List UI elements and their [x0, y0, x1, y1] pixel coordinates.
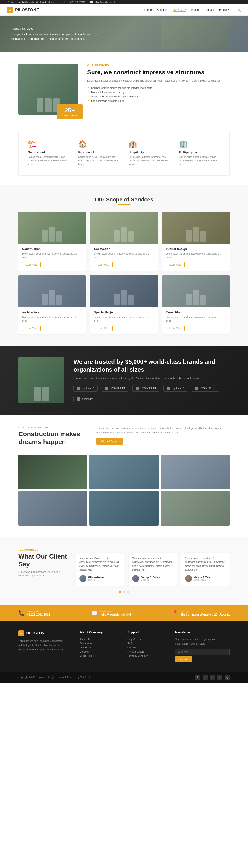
- newsletter-input[interactable]: [175, 649, 229, 655]
- nav-project[interactable]: Project: [191, 8, 199, 11]
- nav-links: Home About Us Services ▾ Project Contact…: [144, 8, 241, 12]
- logo[interactable]: ▲ PILOSTONE: [7, 7, 39, 13]
- scope-card-body: Renovation Lorem ipsum dolor sit amet co…: [90, 244, 157, 271]
- scope-card-body: Construction Lorem ipsum dolor sit amet …: [19, 244, 86, 271]
- newsletter-signup-button[interactable]: Sign Up: [175, 656, 192, 662]
- learn-more-button[interactable]: Learn More: [22, 262, 41, 268]
- scope-card-image: [162, 275, 229, 307]
- search-icon[interactable]: 🔍: [238, 8, 241, 12]
- dot-3[interactable]: [127, 591, 129, 593]
- footer-support-heading: Support: [128, 630, 168, 634]
- learn-more-button[interactable]: Learn More: [166, 262, 185, 268]
- testimonial-card: "Lorem ipsum dolor sit amet, consectetur…: [76, 553, 124, 586]
- footer-logo: ▲ PILOSTONE: [19, 630, 73, 636]
- testimonial-card: "Lorem ipsum dolor sit amet, consectetur…: [129, 553, 177, 586]
- footer: ▲ PILOSTONE Lorem ipsum dolor sit amet, …: [0, 621, 248, 672]
- latest-project-section: OUR LATEST PROJECT Construction makes dr…: [0, 414, 248, 537]
- category-icon: 🏢: [179, 140, 220, 148]
- scope-card-image: [19, 275, 86, 307]
- nav-services[interactable]: Services ▾: [173, 8, 186, 12]
- learn-more-button[interactable]: Learn More: [166, 326, 185, 331]
- footer-support-link[interactable]: Help Center: [128, 637, 168, 641]
- author-avatar: [132, 575, 139, 582]
- footer-support-link[interactable]: Terms & Condition: [128, 654, 168, 658]
- footer-about-text: Lorem ipsum dolor sit amet, consectetur …: [19, 639, 73, 652]
- address-info: 📍 Jln. Cempaka Wangi No 22, Jakarta - In…: [7, 1, 59, 3]
- learn-more-button[interactable]: Learn More: [94, 326, 112, 331]
- scope-card-title: Interior Design: [166, 247, 226, 251]
- hero-content: Home / Services Congue facit consectetur…: [11, 27, 103, 41]
- footer-company-link[interactable]: About Us: [80, 637, 120, 641]
- scope-card-title: Renovation: [94, 247, 154, 251]
- testimonial-author: Melissa J. Talley Ombudsman: [185, 575, 226, 582]
- footer-support-link[interactable]: Contact: [128, 645, 168, 650]
- logo-square-icon: [136, 387, 139, 390]
- facebook-icon[interactable]: f: [195, 675, 200, 680]
- footer-company-link[interactable]: Leadership: [80, 645, 120, 650]
- footer-support-link[interactable]: FAQs: [128, 641, 168, 645]
- hero-section: Home / Services Congue facit consectetur…: [0, 16, 248, 53]
- youtube-icon[interactable]: yt: [217, 675, 222, 680]
- checklist-item: Mortes finibus ante adipiscing.: [87, 90, 229, 94]
- contact-bar: 📞 Phone Number +6221 2002 2012 ✉️ Email …: [0, 605, 248, 621]
- instagram-icon[interactable]: ig: [224, 675, 229, 680]
- nav-home[interactable]: Home: [144, 8, 152, 11]
- category-title: Residential: [78, 150, 120, 154]
- footer-support-link[interactable]: Home Support: [128, 650, 168, 654]
- dot-1[interactable]: [119, 591, 121, 593]
- project-header-right: Lectus diam erat interdum per maximus vi…: [97, 426, 229, 445]
- testimonials-heading: What Our Client Say: [19, 553, 69, 568]
- brand-logo: LOGOIPSUM: [102, 385, 129, 392]
- twitter-icon[interactable]: t: [203, 675, 208, 680]
- category-description: Sapien porta auctor ullamcorper hac dict…: [28, 155, 69, 166]
- scope-card-description: Lorem ipsum dolor sit amet consectetur a…: [166, 252, 226, 259]
- scope-card: Architecture Lorem ipsum dolor sit amet …: [19, 275, 86, 334]
- scope-card-title: Architecture: [22, 311, 82, 314]
- dot-2[interactable]: [123, 591, 125, 593]
- project-label: OUR LATEST PROJECT: [19, 426, 87, 429]
- phone-label: Phone Number: [27, 611, 50, 613]
- project-header: OUR LATEST PROJECT Construction makes dr…: [19, 426, 229, 448]
- linkedin-icon[interactable]: in: [210, 675, 215, 680]
- scope-card: Construction Lorem ipsum dolor sit amet …: [19, 212, 86, 271]
- nav-contact[interactable]: Contact: [205, 8, 214, 11]
- scope-heading: Our Scope of Services: [19, 196, 229, 203]
- nav-pages[interactable]: Pages ▾: [219, 8, 229, 11]
- author-title: Ombudsman: [194, 579, 212, 581]
- category-description: Sapien porta auctor ullamcorper hac dict…: [179, 155, 220, 166]
- learn-more-button[interactable]: Learn More: [22, 326, 41, 331]
- testimonials-left: What Our Client Say Himenaeos duis aucto…: [19, 553, 69, 586]
- contact-location: 📍 Location Jln Cempaka Wangi No 22, Jaka…: [172, 610, 229, 616]
- brand-logo: logoipsum°: [164, 385, 188, 392]
- dropdown-icon: ▾: [184, 8, 186, 11]
- view-all-project-button[interactable]: View All Project: [97, 438, 123, 445]
- footer-newsletter-desc: Sign up our newsletter to get update inf…: [175, 637, 229, 646]
- footer-company: About Company About UsOur HistoryLeaders…: [80, 630, 120, 662]
- checklist-item: Semper tempus magna fringilla nisi integ…: [87, 86, 229, 90]
- footer-company-link[interactable]: Careers: [80, 650, 120, 654]
- learn-more-button[interactable]: Learn More: [94, 262, 112, 268]
- scope-card-description: Lorem ipsum dolor sit amet consectetur a…: [166, 315, 226, 323]
- project-image-1: [19, 455, 87, 489]
- scope-card: Interior Design Lorem ipsum dolor sit am…: [162, 212, 229, 271]
- footer-company-link[interactable]: Legal Notice: [80, 654, 120, 658]
- brand-logo: logoipsum: [73, 396, 97, 402]
- trust-content: We are trusted by 35,000+ world-class br…: [73, 358, 229, 402]
- scope-card-image: [19, 212, 86, 244]
- footer-newsletter: Newsletter Sign up our newsletter to get…: [175, 630, 229, 662]
- email-info: ✉️ hello@yourdomain.ltd: [90, 1, 116, 3]
- phone-icon: 📞: [64, 1, 67, 3]
- category-icon: 🏗️: [28, 140, 69, 148]
- footer-company-link[interactable]: Our History: [80, 641, 120, 645]
- checklist-item: Amet viverra nisi praesent dignissim mau…: [87, 94, 229, 99]
- author-avatar: [79, 575, 86, 582]
- services-workers-image: 25+Years of Experience: [19, 64, 78, 115]
- scope-card-body: Special Project Lorem ipsum dolor sit am…: [90, 307, 157, 334]
- nav-about[interactable]: About Us: [157, 8, 168, 11]
- testimonial-text: "Lorem ipsum dolor sit amet, consectetur…: [132, 556, 173, 572]
- category-item: 🏢 Multipurpose Sapien porta auctor ullam…: [177, 138, 223, 168]
- category-title: Multipurpose: [179, 150, 220, 154]
- phone-contact-icon: 📞: [19, 610, 25, 616]
- trust-heading: We are trusted by 35,000+ world-class br…: [73, 358, 229, 374]
- category-description: Sapien porta auctor ullamcorper hac dict…: [78, 155, 120, 166]
